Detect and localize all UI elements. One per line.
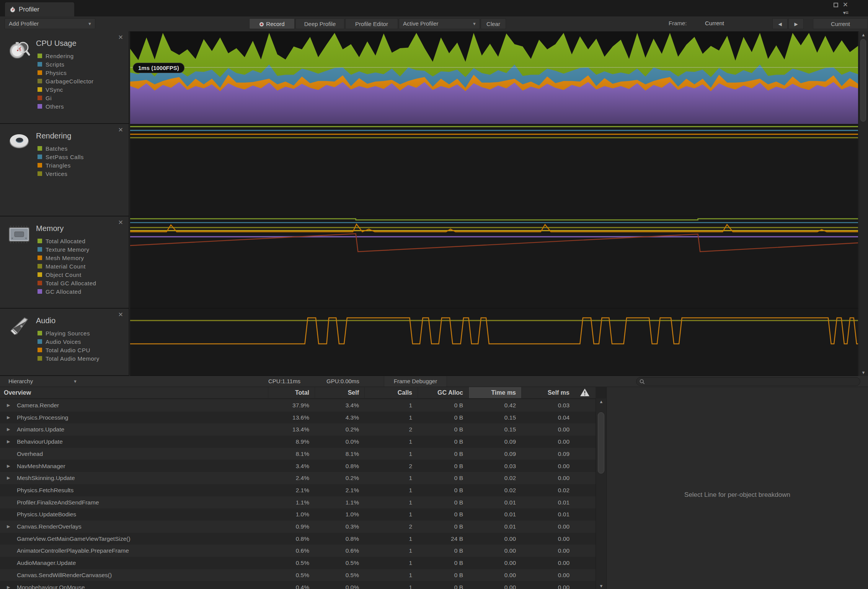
clear-button[interactable]: Clear bbox=[481, 18, 506, 29]
expand-arrow-icon[interactable]: ▶ bbox=[7, 436, 10, 448]
frame-debugger-button[interactable]: Frame Debugger bbox=[384, 376, 447, 387]
legend-item-mesh-memory[interactable]: Mesh Memory bbox=[38, 254, 84, 262]
audio-chart[interactable] bbox=[130, 309, 858, 376]
current-frame-button[interactable]: Current bbox=[813, 18, 868, 29]
legend-item-total-allocated[interactable]: Total Allocated bbox=[38, 237, 85, 245]
cell-self: 3.4% bbox=[315, 399, 364, 412]
cell-calls: 1 bbox=[364, 484, 418, 496]
table-row-animatorcontrollerplayable-prepareframe[interactable]: AnimatorControllerPlayable.PrepareFrame0… bbox=[0, 545, 596, 557]
legend-item-setpass-calls[interactable]: SetPass Calls bbox=[38, 153, 84, 161]
tab-bar: Profiler ✕ ▾≡ bbox=[0, 0, 868, 17]
column-header-gc-alloc[interactable]: GC Alloc bbox=[418, 387, 468, 398]
close-module-icon[interactable]: ✕ bbox=[118, 219, 123, 226]
chevron-down-icon: ▼ bbox=[73, 376, 77, 387]
table-row-physics-fetchresults[interactable]: Physics.FetchResults2.1%2.1%10 B0.020.02 bbox=[0, 484, 596, 496]
prev-frame-button[interactable]: ◀ bbox=[772, 18, 788, 29]
legend-item-texture-memory[interactable]: Texture Memory bbox=[38, 246, 90, 253]
table-row-audiomanager-update[interactable]: AudioManager.Update0.5%0.5%10 B0.000.00 bbox=[0, 557, 596, 569]
legend-item-garbagecollector[interactable]: GarbageCollector bbox=[38, 77, 94, 85]
table-row-canvas-sendwillrendercanvases[interactable]: Canvas.SendWillRenderCanvases()0.5%0.5%1… bbox=[0, 569, 596, 581]
row-name: Animators.Update bbox=[17, 423, 64, 436]
legend-item-batches[interactable]: Batches bbox=[38, 145, 68, 152]
window-menu-icon[interactable]: ▾≡ bbox=[843, 10, 848, 16]
legend-label: Vertices bbox=[46, 171, 67, 177]
table-row-camera-render[interactable]: ▶Camera.Render37.9%3.4%10 B0.420.03 bbox=[0, 399, 596, 412]
record-button[interactable]: Record bbox=[249, 18, 295, 29]
expand-arrow-icon[interactable]: ▶ bbox=[7, 460, 10, 472]
close-module-icon[interactable]: ✕ bbox=[118, 311, 123, 318]
table-row-gameview-getmaingameviewtargetsize[interactable]: GameView.GetMainGameViewTargetSize()0.8%… bbox=[0, 533, 596, 545]
table-row-animators-update[interactable]: ▶Animators.Update13.4%0.2%20 B0.150.00 bbox=[0, 423, 596, 436]
profile-editor-button[interactable]: Profile Editor bbox=[345, 18, 398, 29]
legend-item-total-audio-memory[interactable]: Total Audio Memory bbox=[38, 355, 100, 362]
next-frame-button[interactable]: ▶ bbox=[788, 18, 804, 29]
legend-item-object-count[interactable]: Object Count bbox=[38, 271, 82, 278]
expand-arrow-icon[interactable]: ▶ bbox=[7, 423, 10, 436]
deep-profile-button[interactable]: Deep Profile bbox=[295, 18, 344, 29]
column-header-time-ms[interactable]: Time ms bbox=[468, 387, 521, 398]
table-scrollbar-thumb[interactable] bbox=[598, 412, 604, 473]
cpu-usage-chart[interactable] bbox=[130, 31, 858, 124]
scroll-up-icon[interactable]: ▲ bbox=[859, 33, 868, 37]
table-scrollbar[interactable]: ▲ ▼ bbox=[596, 399, 607, 589]
table-row-physics-updatebodies[interactable]: Physics.UpdateBodies1.0%1.0%10 B0.010.01 bbox=[0, 508, 596, 521]
legend-item-gi[interactable]: Gi bbox=[38, 94, 52, 102]
legend-item-others[interactable]: Others bbox=[38, 103, 64, 110]
legend-label: Physics bbox=[46, 70, 67, 76]
close-module-icon[interactable]: ✕ bbox=[118, 126, 123, 133]
hierarchy-dropdown[interactable]: Hierarchy ▼ bbox=[5, 376, 80, 387]
column-header-overview[interactable]: Overview bbox=[0, 387, 268, 398]
active-profiler-dropdown[interactable]: Active Profiler ▼ bbox=[399, 18, 480, 29]
legend-item-total-audio-cpu[interactable]: Total Audio CPU bbox=[38, 346, 90, 354]
search-field[interactable] bbox=[636, 377, 860, 386]
legend-item-playing-sources[interactable]: Playing Sources bbox=[38, 329, 90, 337]
add-profiler-dropdown[interactable]: Add Profiler ▼ bbox=[5, 18, 95, 29]
legend-label: Batches bbox=[46, 145, 68, 152]
cell-gc: 0 B bbox=[418, 557, 468, 569]
memory-chart[interactable] bbox=[130, 216, 858, 309]
expand-arrow-icon[interactable]: ▶ bbox=[7, 412, 10, 424]
cell-total: 1.0% bbox=[268, 508, 315, 521]
column-header-self[interactable]: Self bbox=[315, 387, 364, 398]
table-row-overhead[interactable]: Overhead8.1%8.1%10 B0.090.09 bbox=[0, 448, 596, 460]
maximize-icon[interactable] bbox=[834, 3, 838, 7]
table-row-meshskinning-update[interactable]: ▶MeshSkinning.Update2.4%0.2%10 B0.020.00 bbox=[0, 472, 596, 484]
warning-triangle-icon[interactable] bbox=[577, 388, 592, 399]
cell-time: 0.09 bbox=[468, 436, 521, 448]
scroll-down-icon[interactable]: ▼ bbox=[596, 584, 607, 588]
table-row-canvas-renderoverlays[interactable]: ▶Canvas.RenderOverlays0.9%0.3%20 B0.010.… bbox=[0, 521, 596, 533]
legend-item-gc-allocated[interactable]: GC Allocated bbox=[38, 288, 82, 295]
legend-item-material-count[interactable]: Material Count bbox=[38, 262, 86, 270]
table-row-monobehaviour-onmouse[interactable]: ▶Monobehaviour.OnMouse0.4%0.0%10 B0.000.… bbox=[0, 581, 596, 589]
tab-profiler[interactable]: Profiler bbox=[5, 2, 75, 16]
expand-arrow-icon[interactable]: ▶ bbox=[7, 521, 10, 533]
column-header-calls[interactable]: Calls bbox=[364, 387, 418, 398]
legend-item-physics[interactable]: Physics bbox=[38, 69, 67, 76]
legend-item-vertices[interactable]: Vertices bbox=[38, 170, 67, 177]
scroll-up-icon[interactable]: ▲ bbox=[596, 399, 607, 404]
expand-arrow-icon[interactable]: ▶ bbox=[7, 472, 10, 484]
legend-item-vsync[interactable]: VSync bbox=[38, 86, 63, 93]
column-header-self-ms[interactable]: Self ms bbox=[521, 387, 575, 398]
legend-item-total-gc-allocated[interactable]: Total GC Allocated bbox=[38, 279, 96, 287]
legend-item-triangles[interactable]: Triangles bbox=[38, 161, 71, 169]
table-row-navmeshmanager[interactable]: ▶NavMeshManager3.4%0.8%20 B0.030.00 bbox=[0, 460, 596, 472]
legend-item-scripts[interactable]: Scripts bbox=[38, 60, 64, 68]
cell-selfms: 0.00 bbox=[521, 521, 575, 533]
legend-item-audio-voices[interactable]: Audio Voices bbox=[38, 338, 81, 345]
expand-arrow-icon[interactable]: ▶ bbox=[7, 399, 10, 412]
profiler-window: Profiler ✕ ▾≡ Add Profiler ▼ Record Deep… bbox=[0, 0, 868, 589]
close-icon[interactable]: ✕ bbox=[843, 2, 848, 8]
scroll-down-icon[interactable]: ▼ bbox=[859, 370, 868, 375]
charts-scrollbar[interactable]: ▲ ▼ bbox=[859, 31, 868, 376]
charts-scrollbar-thumb[interactable] bbox=[860, 39, 866, 122]
table-row-physics-processing[interactable]: ▶Physics.Processing13.6%4.3%10 B0.150.04 bbox=[0, 412, 596, 424]
rendering-chart[interactable] bbox=[130, 124, 858, 216]
column-header-total[interactable]: Total bbox=[268, 387, 315, 398]
legend-item-rendering[interactable]: Rendering bbox=[38, 52, 74, 60]
close-module-icon[interactable]: ✕ bbox=[118, 34, 123, 41]
table-row-behaviourupdate[interactable]: ▶BehaviourUpdate8.9%0.0%10 B0.090.00 bbox=[0, 436, 596, 448]
table-row-profiler-finalizeandsendframe[interactable]: Profiler.FinalizeAndSendFrame1.1%1.1%10 … bbox=[0, 496, 596, 509]
expand-arrow-icon[interactable]: ▶ bbox=[7, 581, 10, 589]
search-input[interactable] bbox=[645, 378, 849, 385]
